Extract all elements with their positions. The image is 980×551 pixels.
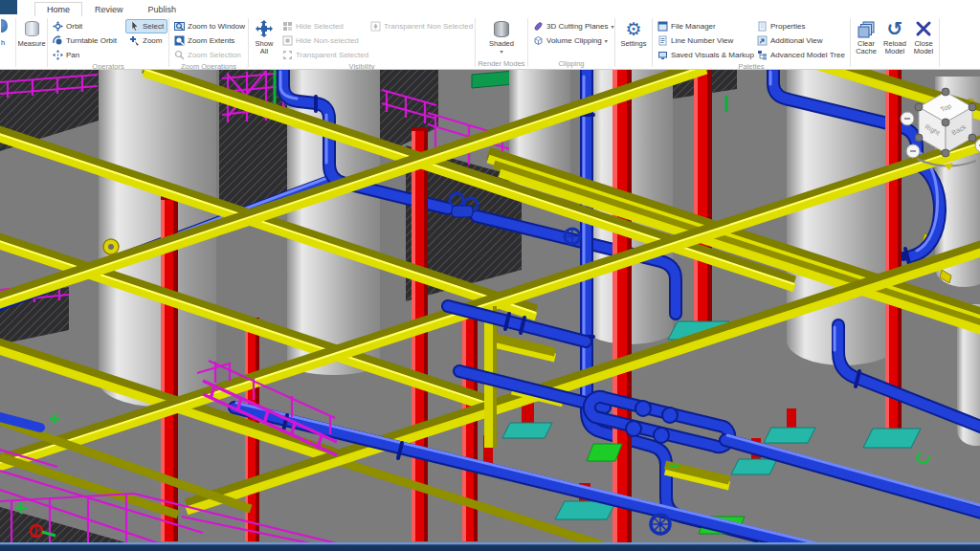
- transparent-non-selected-label: Transparent Non Selected: [384, 22, 473, 31]
- clear-cache-button[interactable]: Clear Cache: [852, 16, 880, 69]
- line-number-view-icon: [657, 35, 668, 46]
- select-cursor-icon: [129, 21, 140, 32]
- close-model-icon: [914, 19, 933, 38]
- zoom-label: Zoom: [143, 36, 162, 45]
- hide-non-selected-icon: [282, 35, 293, 46]
- column[interactable]: [612, 70, 632, 542]
- orbit-icon: [53, 21, 63, 32]
- select-label: Select: [143, 22, 164, 31]
- clear-cache-icon: [857, 19, 876, 38]
- ribbon-separator: [652, 18, 653, 67]
- zoom-extents-button[interactable]: Zoom Extents: [170, 33, 247, 48]
- zoom-to-window-button[interactable]: Zoom to Window: [170, 19, 247, 33]
- column[interactable]: [885, 70, 902, 432]
- zoom-button[interactable]: Zoom: [125, 33, 167, 48]
- zoom-window-icon: [174, 21, 185, 32]
- transparent-selected-label: Transparent Selected: [296, 51, 368, 59]
- group-zoom-operations: Zoom to Window Zoom Extents Zoom Selecti…: [170, 16, 247, 69]
- additional-view-button[interactable]: Additional View: [753, 33, 849, 48]
- partial-left-button[interactable]: h: [1, 16, 14, 69]
- file-manager-button[interactable]: File Manager: [654, 19, 753, 33]
- group-render-modes: Shaded ▾ Render Modes: [477, 16, 526, 69]
- ribbon-tab-row: Home Review Publish: [0, 0, 980, 16]
- status-bar: [0, 542, 980, 551]
- show-all-button[interactable]: Show All: [250, 16, 278, 55]
- shaded-button[interactable]: Shaded ▾: [487, 16, 516, 55]
- settings-gear-icon: ⚙: [624, 19, 643, 38]
- pan-button[interactable]: Pan: [49, 48, 125, 62]
- shaded-label: Shaded: [489, 40, 514, 48]
- column[interactable]: [694, 70, 712, 323]
- zoom-selection-label: Zoom Selection: [188, 51, 241, 59]
- advanced-model-tree-button[interactable]: Advanced Model Tree: [753, 48, 849, 62]
- zoom-selection-icon: [174, 50, 185, 60]
- advanced-model-tree-icon: [757, 50, 768, 60]
- cutting-planes-button[interactable]: 3D Cutting Planes ▾: [529, 19, 613, 33]
- reload-model-label-2: Model: [885, 48, 904, 55]
- tab-home[interactable]: Home: [34, 2, 82, 16]
- settings-label: Settings: [620, 40, 646, 48]
- hide-selected-button[interactable]: Hide Selected: [278, 19, 367, 33]
- measure-button[interactable]: Measure: [17, 16, 46, 69]
- line-number-view-label: Line Number View: [671, 36, 733, 45]
- additional-view-icon: [757, 35, 768, 46]
- volume-clipping-button[interactable]: Volume Clipping ▾: [529, 33, 613, 48]
- saved-visuals-button[interactable]: Saved Visuals & Markup: [654, 48, 753, 62]
- close-model-label-2: Model: [914, 48, 933, 55]
- turntable-orbit-label: Turntable Orbit: [66, 36, 117, 45]
- properties-icon: [757, 21, 768, 32]
- zoom-extents-label: Zoom Extents: [188, 36, 234, 45]
- line-number-view-button[interactable]: Line Number View: [654, 33, 753, 48]
- application-window: Home Review Publish h Measure Orbit: [0, 0, 980, 551]
- group-operators: Orbit Turntable Orbit Pan Select: [49, 16, 167, 69]
- ribbon-separator: [614, 18, 615, 67]
- saved-visuals-label: Saved Visuals & Markup: [671, 51, 754, 59]
- show-all-icon: [255, 19, 274, 38]
- orbit-button[interactable]: Orbit: [49, 19, 125, 33]
- partial-button-icon: [1, 19, 8, 33]
- select-button[interactable]: Select: [125, 19, 167, 33]
- clear-cache-label-2: Cache: [856, 48, 877, 55]
- ribbon-separator: [15, 18, 16, 67]
- viewport-3d[interactable]: .bmD{stroke:#7e7e00;stroke-width:13;fill…: [0, 70, 980, 542]
- valve-ground[interactable]: [651, 515, 670, 534]
- ribbon-separator: [168, 18, 169, 67]
- ribbon-separator: [248, 18, 249, 67]
- hide-non-selected-label: Hide Non-selected: [296, 36, 359, 45]
- advanced-model-tree-label: Advanced Model Tree: [770, 51, 845, 59]
- ribbon-separator: [850, 18, 851, 67]
- group-visibility: Show All Hide Selected Hide Non-selected…: [250, 16, 474, 69]
- volume-clipping-label: Volume Clipping: [546, 36, 602, 45]
- cutting-planes-label: 3D Cutting Planes: [546, 22, 608, 31]
- measure-icon: [22, 19, 41, 38]
- transparent-non-selected-icon: [370, 21, 381, 32]
- orbit-label: Orbit: [66, 22, 82, 31]
- settings-button[interactable]: ⚙ Settings: [616, 16, 651, 69]
- reload-model-button[interactable]: ↺ Reload Model: [880, 16, 909, 69]
- app-icon[interactable]: [0, 0, 17, 14]
- reload-model-icon: ↺: [885, 19, 904, 38]
- turntable-orbit-button[interactable]: Turntable Orbit: [49, 33, 125, 48]
- model-scene: .bmD{stroke:#7e7e00;stroke-width:13;fill…: [0, 70, 980, 542]
- zoom-selection-button[interactable]: Zoom Selection: [170, 48, 247, 62]
- hide-non-selected-button[interactable]: Hide Non-selected: [278, 33, 367, 48]
- transparent-non-selected-button[interactable]: Transparent Non Selected: [367, 19, 474, 33]
- tab-publish[interactable]: Publish: [136, 2, 189, 16]
- volume-clipping-icon: [533, 35, 544, 46]
- close-model-button[interactable]: Close Model: [909, 16, 938, 69]
- ribbon-separator: [939, 18, 940, 67]
- ribbon-separator: [527, 18, 528, 67]
- additional-view-label: Additional View: [770, 36, 823, 45]
- ribbon: h Measure Orbit Turntable Orbit: [0, 16, 980, 70]
- group-palettes: File Manager Line Number View Saved Visu…: [654, 16, 849, 69]
- transparent-selected-icon: [282, 50, 293, 60]
- measure-label: Measure: [17, 40, 45, 48]
- ribbon-separator: [47, 18, 48, 67]
- properties-button[interactable]: Properties: [753, 19, 849, 33]
- transparent-selected-button[interactable]: Transparent Selected: [278, 48, 367, 62]
- tab-review[interactable]: Review: [82, 2, 136, 16]
- cutting-planes-icon: [533, 21, 544, 32]
- pan-label: Pan: [66, 51, 79, 59]
- group-clipping: 3D Cutting Planes ▾ Volume Clipping ▾ Cl…: [529, 16, 613, 69]
- show-all-label-2: All: [260, 48, 268, 55]
